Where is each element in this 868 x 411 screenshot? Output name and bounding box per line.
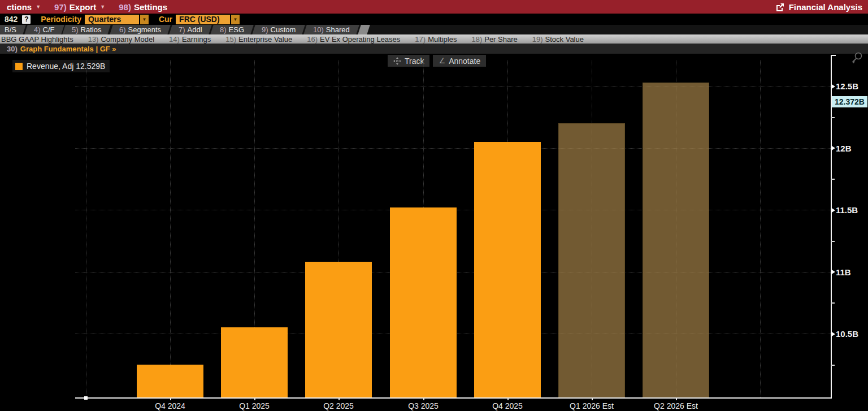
periodicity-value: Quarters xyxy=(85,15,139,24)
command-bar: ctions ▼ 97) Export ▼ 98) Settings Finan… xyxy=(0,0,868,14)
y-tick-label: 12B xyxy=(836,144,852,153)
subtab-fkey: 15) xyxy=(225,35,236,44)
y-tick-minor xyxy=(831,365,835,366)
y-tick-label: 11B xyxy=(836,267,851,277)
tab-addl[interactable]: 7)Addl xyxy=(169,25,211,34)
y-tick-minor xyxy=(831,241,835,242)
x-category-label: Q2 2026 Est xyxy=(636,401,715,410)
tab-b-s[interactable]: B/S xyxy=(0,25,26,34)
tab-label: Custom xyxy=(270,25,296,34)
y-tick-label: 12.5B xyxy=(836,81,858,91)
v-gridline xyxy=(760,60,761,397)
plot-area: 12.5B12B11.5B11B10.5B12.372BQ4 2024Q1 20… xyxy=(0,54,868,411)
settings-fkey: 98) xyxy=(119,2,131,12)
x-category-label: Q3 2025 xyxy=(384,401,463,410)
y-tick-major: 11.5B xyxy=(831,205,858,215)
sub-tab-strip: BBG GAAP Highlights13)Company Model14)Ea… xyxy=(0,34,868,44)
subtab-fkey: 16) xyxy=(307,35,318,44)
tab-fkey: 4) xyxy=(34,25,41,34)
subtab-fkey: 14) xyxy=(169,35,180,44)
v-gridline xyxy=(86,60,86,397)
ticket-number: 842 xyxy=(5,15,18,24)
tab-fkey: 10) xyxy=(313,25,324,34)
subtab-per-share[interactable]: 18)Per Share xyxy=(464,35,524,44)
x-tick xyxy=(423,397,424,400)
tab-label: ESG xyxy=(228,25,244,34)
subtab-fkey: 18) xyxy=(471,35,482,44)
periodicity-label: Periodicity xyxy=(41,15,81,24)
subtab-label: Stock Value xyxy=(545,35,584,44)
main-tab-strip: B/S4)C/F5)Ratios6)Segments7)Addl8)ESG9)C… xyxy=(0,25,868,34)
bar-q1-2025[interactable] xyxy=(221,327,288,397)
subtab-bbg-gaap-highlights[interactable]: BBG GAAP Highlights xyxy=(0,35,81,44)
tab-fkey: 5) xyxy=(72,25,79,34)
x-category-label: Q2 2025 xyxy=(299,401,378,410)
subtab-stock-value[interactable]: 19)Stock Value xyxy=(525,35,591,44)
bar-q2-2025[interactable] xyxy=(305,262,372,397)
tab-fkey: 8) xyxy=(220,25,227,34)
help-button[interactable]: ? xyxy=(22,15,31,24)
app-title: Financial Analysis xyxy=(789,2,862,12)
x-tick xyxy=(254,397,255,400)
periodicity-select[interactable]: Quarters ▼ xyxy=(85,15,149,24)
tick-arrow-icon xyxy=(831,145,835,151)
chevron-down-icon[interactable]: ▼ xyxy=(140,15,149,24)
tab-custom[interactable]: 9)Custom xyxy=(252,25,305,34)
x-tick xyxy=(676,397,677,400)
h-gridline xyxy=(75,86,831,86)
export-label: Export xyxy=(70,2,97,12)
settings-menu[interactable]: 98) Settings xyxy=(112,0,174,14)
subtab-multiples[interactable]: 17)Multiples xyxy=(407,35,464,44)
x-axis-line xyxy=(75,397,832,399)
export-menu[interactable]: 97) Export ▼ xyxy=(47,0,112,14)
tick-arrow-icon xyxy=(831,84,835,89)
currency-select[interactable]: FRC (USD) ▼ xyxy=(176,15,240,24)
subtab-enterprise-value[interactable]: 15)Enterprise Value xyxy=(218,35,300,44)
y-tick-minor xyxy=(831,179,835,180)
x-category-label: Q1 2025 xyxy=(215,401,294,410)
currency-value: FRC (USD) xyxy=(176,15,230,24)
x-tick xyxy=(338,397,340,400)
tab-label: C/F xyxy=(43,25,55,34)
tab-c-f[interactable]: 4)C/F xyxy=(24,25,64,34)
tick-arrow-icon xyxy=(831,331,835,337)
bar-q4-2024[interactable] xyxy=(137,365,203,397)
y-tick-minor xyxy=(831,302,835,304)
actions-menu[interactable]: ctions ▼ xyxy=(0,0,47,14)
tab-ratios[interactable]: 5)Ratios xyxy=(63,25,111,34)
bar-q3-2025[interactable] xyxy=(390,207,457,397)
subtab-fkey: 19) xyxy=(532,35,543,44)
tab-segments[interactable]: 6)Segments xyxy=(110,25,171,34)
x-category-label: Q1 2026 Est xyxy=(552,401,631,410)
y-tick-label: 10.5B xyxy=(836,329,858,339)
subtab-company-model[interactable]: 13)Company Model xyxy=(81,35,162,44)
subtab-fkey: 13) xyxy=(88,35,99,44)
x-tick xyxy=(507,397,509,400)
external-link-icon[interactable] xyxy=(776,3,784,11)
subtab-ev-ex-operating-leases[interactable]: 16)EV Ex Operating Leases xyxy=(300,35,407,44)
chevron-down-icon: ▼ xyxy=(36,4,41,10)
toolbar: 842 ? Periodicity Quarters ▼ Cur FRC (US… xyxy=(0,14,868,25)
graph-fundamentals-bar[interactable]: 30) Graph Fundamentals | GF » xyxy=(0,44,868,54)
gf-label: Graph Fundamentals | GF » xyxy=(20,45,116,53)
last-value-tag: 12.372B xyxy=(832,96,867,107)
subtab-label: Multiples xyxy=(428,35,457,44)
y-tick-minor xyxy=(831,117,835,118)
subtab-label: Earnings xyxy=(182,35,211,44)
bar-q2-2026-est[interactable] xyxy=(643,83,709,397)
y-tick-major: 11B xyxy=(831,267,851,277)
tab-label: Addl xyxy=(188,25,202,34)
y-tick-major: 10.5B xyxy=(831,329,858,339)
subtab-earnings[interactable]: 14)Earnings xyxy=(162,35,218,44)
tab-shared[interactable]: 10)Shared xyxy=(303,25,359,34)
axis-origin-marker xyxy=(84,396,88,400)
subtab-label: EV Ex Operating Leases xyxy=(320,35,400,44)
currency-label: Cur xyxy=(159,15,172,24)
chevron-down-icon[interactable]: ▼ xyxy=(231,15,240,24)
bar-q4-2025[interactable] xyxy=(474,142,541,397)
subtab-fkey: 17) xyxy=(415,35,426,44)
tab-esg[interactable]: 8)ESG xyxy=(210,25,254,34)
chevron-down-icon: ▼ xyxy=(100,4,105,10)
bar-q1-2026-est[interactable] xyxy=(558,123,625,397)
export-fkey: 97) xyxy=(54,2,67,12)
